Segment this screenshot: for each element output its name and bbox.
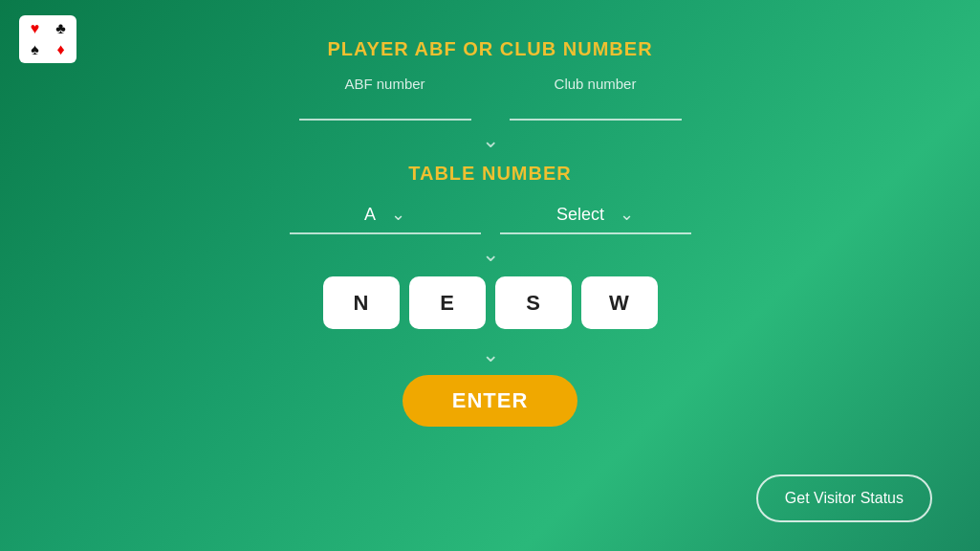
direction-w-button[interactable]: W [581, 276, 658, 329]
chevron-down-icon-2: ⌄ [620, 204, 634, 225]
player-section-title: PLAYER ABF OR CLUB NUMBER [327, 38, 652, 60]
select-value: Select [556, 205, 604, 225]
app-logo: ♥ ♣ ♠ ♦ [19, 15, 76, 63]
chevron-down-icon-1: ⌄ [391, 204, 405, 225]
arrow-down-3: ⌄ [482, 342, 499, 367]
select-dropdown[interactable]: Select ⌄ [500, 200, 691, 234]
arrow-down-2: ⌄ [482, 242, 499, 267]
table-section-title: TABLE NUMBER [408, 163, 572, 185]
enter-button[interactable]: ENTER [403, 375, 578, 427]
direction-n-button[interactable]: N [323, 276, 400, 329]
abf-label: ABF number [344, 76, 425, 92]
letter-value: A [364, 205, 376, 225]
heart-icon: ♥ [23, 19, 47, 38]
direction-s-button[interactable]: S [495, 276, 572, 329]
diamond-icon: ♦ [49, 40, 73, 59]
or-divider [481, 76, 500, 121]
select-dropdown-group: Select ⌄ [490, 200, 701, 234]
direction-w-label: W [609, 291, 629, 316]
spade-icon: ♠ [23, 40, 47, 59]
club-label: Club number [555, 76, 637, 92]
direction-s-label: S [526, 291, 540, 316]
table-section: TABLE NUMBER A ⌄ Select ⌄ ⌄ N [271, 163, 710, 427]
letter-dropdown[interactable]: A ⌄ [290, 200, 481, 234]
table-number-row: A ⌄ Select ⌄ [271, 200, 710, 234]
club-number-group: Club number [500, 76, 691, 121]
visitor-status-button[interactable]: Get Visitor Status [756, 474, 932, 522]
player-number-row: ABF number Club number [271, 76, 710, 121]
club-icon: ♣ [49, 19, 73, 38]
main-content: PLAYER ABF OR CLUB NUMBER ABF number Clu… [0, 0, 980, 427]
direction-n-label: N [354, 291, 369, 316]
direction-e-button[interactable]: E [409, 276, 486, 329]
arrow-down-1: ⌄ [482, 128, 499, 153]
abf-number-group: ABF number [290, 76, 481, 121]
club-number-input[interactable] [510, 98, 682, 121]
abf-number-input[interactable] [299, 98, 471, 121]
direction-buttons-row: N E S W [323, 276, 658, 329]
direction-e-label: E [440, 291, 454, 316]
letter-dropdown-group: A ⌄ [280, 200, 490, 234]
